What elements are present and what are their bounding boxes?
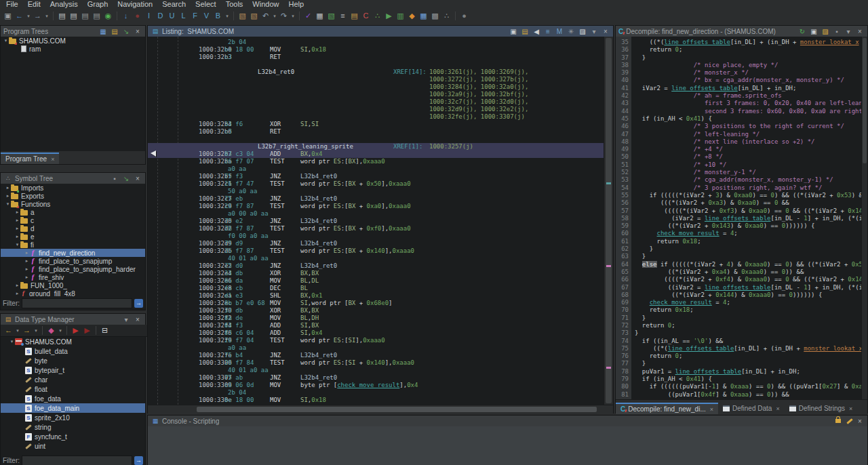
symbol-tree-item-c[interactable]: ▸c	[1, 216, 145, 224]
data-type-item-sprite_2x10[interactable]: Ssprite_2x10	[1, 413, 145, 422]
decompiler-line[interactable]: 61 return 0x18;	[616, 238, 862, 245]
decompiler-line[interactable]: 36 return 0;	[616, 46, 862, 54]
decompiler-line[interactable]: 53 /* cga_addr(monster_x, monster_y-1) *…	[616, 176, 862, 184]
listing-row[interactable]: 1000:32d9(j), 1000:32e2(j),	[148, 106, 604, 113]
decompiler-line[interactable]: 79 if (in_AH < 0x41) {	[616, 376, 862, 383]
symbol-tree-item-functions[interactable]: ▾Functions	[1, 200, 145, 208]
listing-row[interactable]: 1000:32d226 f7 87TESTword ptr ES:[BX + 0…	[148, 225, 604, 232]
symbol-tree-icon[interactable]: ∴	[441, 11, 452, 21]
decompiler-line[interactable]: 46 /* 3 positions to the right of curren…	[616, 123, 862, 130]
patch-instruction-icon[interactable]: ▧	[249, 11, 259, 21]
close-icon[interactable]: ×	[133, 315, 142, 324]
pin-icon[interactable]: ▪	[110, 174, 119, 183]
c-parser-icon[interactable]: C	[361, 11, 371, 21]
listing-row[interactable]: 1000:32a9(j), 1000:32bf(j),	[148, 91, 604, 98]
data-type-i-icon[interactable]: I	[144, 11, 154, 21]
chevron-right-icon[interactable]: ▸	[14, 218, 20, 223]
decompiler-line[interactable]: 66 ((((*(iVar2 + 0xf4) & 0xaaa0) == 0 &&…	[616, 276, 862, 283]
import-file-icon[interactable]: ▤	[80, 11, 90, 21]
data-type-u-icon[interactable]: U	[167, 11, 177, 21]
decompiler-line[interactable]: 40 /* bx = cga_addr(monster_x, monster_y…	[616, 77, 862, 84]
symbol-tree-item-fi[interactable]: ▾fi	[1, 241, 145, 249]
listing-label-row[interactable]: L32b7_right_leaning_spriteXREF[1]:1000:3…	[148, 143, 604, 150]
listing-row[interactable]: 40 01 a0 aa	[148, 367, 604, 374]
symbol-tree-header[interactable]: ∴ Symbol Tree ▪↘×	[1, 173, 145, 184]
close-icon[interactable]: ×	[133, 27, 142, 36]
export-program-icon[interactable]: ▤	[57, 11, 67, 21]
decompiler-line[interactable]: 72 return 0;	[616, 322, 862, 329]
listing-row[interactable]: 1000:32db26 f7 87TESTword ptr ES:[BX + 0…	[148, 247, 604, 255]
tree-item-shamus[interactable]: ▾ SHAMUS.COM	[1, 37, 145, 45]
save-icon[interactable]: ▣	[3, 11, 13, 21]
program-tree-tab[interactable]: Program Tree ×	[1, 153, 59, 164]
edit-function-signature-icon[interactable]: ▨	[821, 27, 830, 36]
freeze-icon[interactable]: ✳	[566, 27, 576, 36]
listing-row[interactable]: 1000:330026 f7 84TESTword ptr ES:[SI + 0…	[148, 359, 604, 367]
data-type-b-icon[interactable]: B	[213, 11, 223, 21]
export-selection-icon[interactable]: ▤	[68, 11, 79, 21]
edit-dropdown-icon[interactable]: ▾	[589, 27, 599, 36]
listing-row[interactable]: 1000:32fe(j), 1000:3307(j)	[148, 113, 604, 121]
validate-icon[interactable]: ✓	[303, 11, 313, 21]
back-icon[interactable]: ←	[14, 11, 24, 21]
symbol-tree-item-ground_fill_4x8[interactable]: ▸fground_fill_4x8	[1, 289, 145, 296]
copy-icon[interactable]: ▣	[509, 27, 518, 36]
tab-decompile-find-new-di-[interactable]: CDecompile: find_new_di...×	[616, 403, 718, 414]
filter-pointers-icon[interactable]: ▶	[82, 325, 92, 336]
listing-row[interactable]: 1000:32c7(j), 1000:32d0(j),	[148, 98, 604, 106]
listing-row[interactable]: 40 01 a0 aa	[148, 255, 604, 262]
data-type-item-foe_data_main[interactable]: Sfoe_data_main	[1, 403, 145, 413]
listing-row[interactable]: 1000:32b6c3RET	[148, 128, 604, 136]
symbol-tree-item-a[interactable]: ▸a	[1, 208, 145, 216]
function-call-graph-icon[interactable]: ▩	[430, 11, 440, 21]
listing-row[interactable]: 1000:32e433 dbXORBX,BX	[148, 270, 604, 277]
filter-options-icon[interactable]: →	[134, 456, 143, 465]
decompiler-line[interactable]: 65 ((*(iVar2 + 0xa4) & 0xaaa0) == 0)) &&	[616, 268, 862, 276]
decompiler-line[interactable]: 59 ((*(iVar2 + 0x143) & 0xaa0) == 0)))))…	[616, 222, 862, 230]
listing-row[interactable]: 1000:32d975 d9JNZL32b4_ret0	[148, 240, 604, 247]
menu-help[interactable]: Help	[283, 0, 309, 9]
decompiler-line[interactable]: 67 ((iVar2 = line_offsets_table[in_DL - …	[616, 284, 862, 291]
data-type-item-bullet_data[interactable]: Sbullet_data	[1, 346, 145, 356]
redo-dropdown-icon[interactable]: ▾	[290, 11, 296, 21]
dropdown-icon[interactable]: ▾	[121, 315, 131, 324]
paste-icon[interactable]: ▤	[520, 27, 530, 36]
listing-row[interactable]: a0 aa	[148, 344, 604, 352]
memory-map-icon[interactable]: ▦	[315, 11, 325, 21]
symbol-tree-item-fun_1000_[interactable]: ▸FUN_1000_	[1, 281, 145, 289]
decompiler-line[interactable]: 45 if (in_AH < 0x41) {	[616, 115, 862, 123]
decompiler-line[interactable]: 51 /* +10 */	[616, 161, 862, 169]
listing-row[interactable]	[148, 61, 604, 68]
decompiler-line[interactable]: 50 /* +8 */	[616, 153, 862, 161]
listing-row[interactable]: a0 00 a0 aa	[148, 210, 604, 218]
refresh-icon[interactable]: ↻	[797, 27, 807, 36]
decompiler-line[interactable]: 74 if ((in_AL == '\0') &&	[616, 338, 862, 345]
console-output[interactable]	[148, 426, 867, 465]
dtm-root-shamus[interactable]: ▾SHAMUS.COM	[1, 337, 145, 346]
decompiler-line[interactable]: 37 }	[616, 54, 862, 62]
listing-row[interactable]: 1000:32b433 f6XORSI,SI	[148, 121, 604, 128]
listing-row[interactable]: 1000:32b0be 18 00MOVSI,0x18	[148, 46, 604, 54]
listing-row[interactable]: 1000:32b783 c3 04ADDBX,0x4	[148, 150, 604, 158]
tab-defined-data[interactable]: Defined Data×	[718, 403, 785, 414]
close-icon[interactable]: ×	[601, 27, 610, 36]
menu-window[interactable]: Window	[248, 0, 283, 9]
multi-listing-icon[interactable]: M	[555, 27, 564, 36]
data-type-item-char[interactable]: char	[1, 375, 145, 384]
decompiler-line[interactable]: 80 if ((((((puVar1[-1] & 0xaaa) == 0) &&…	[616, 383, 862, 390]
collapse-all-icon[interactable]: ⊟	[100, 325, 110, 336]
scrollbar-thumb[interactable]	[197, 407, 597, 412]
undo-dropdown-icon[interactable]: ▾	[272, 11, 277, 21]
decompiler-line[interactable]: 70 return 0x18;	[616, 306, 862, 314]
function-graph-icon[interactable]: ∴	[372, 11, 382, 21]
listing-row[interactable]: 1000:32b3c3RET	[148, 54, 604, 61]
listing-header[interactable]: ▤ Listing: SHAMUS.COM ▣▤◀≡M✳▨▾×	[148, 26, 613, 37]
decompiler-header[interactable]: C Decompile: find_new_direction - (SHAMU…	[616, 26, 867, 37]
data-type-v-icon[interactable]: V	[201, 11, 212, 21]
console-header[interactable]: ▦ Console - Scripting ×	[148, 416, 867, 426]
decompiler-line[interactable]: 42 /* ah = frame.sprite_ofs	[616, 92, 862, 100]
decompiler-line[interactable]: 49 /* +4 */	[616, 146, 862, 153]
decompiler-vertical-scrollbar[interactable]	[861, 37, 867, 399]
close-icon[interactable]: ×	[710, 406, 713, 413]
listing-row[interactable]: 1000:32ba26 f7 07TESTword ptr ES:[BX],0x…	[148, 158, 604, 165]
